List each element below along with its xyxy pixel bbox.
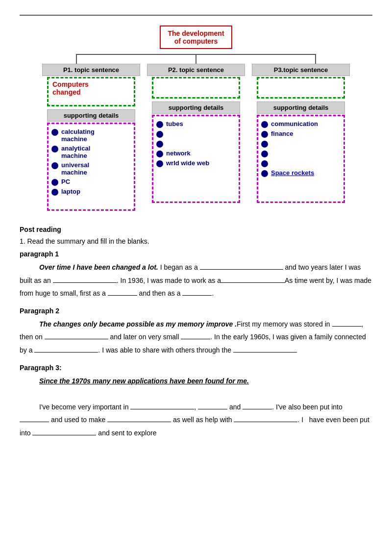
p2-item-5: wrld wide web — [156, 159, 236, 167]
p2-supporting-content: tubes network wrld wide web — [152, 115, 240, 203]
blank-p3-3 — [243, 403, 272, 409]
p1-item-5: laptop — [51, 188, 131, 196]
column-p3: P3.topic sentence supporting details com… — [252, 64, 350, 211]
bullet-dot — [156, 160, 163, 167]
root-label: The development of computers — [168, 29, 224, 45]
p1-topic-content: Computerschanged — [47, 77, 135, 106]
bullet-dot — [261, 141, 268, 148]
p2-topic-content — [152, 77, 240, 99]
p1-item-2: analyticalmachine — [51, 145, 131, 159]
para2-title: Paragraph 2 — [20, 307, 372, 315]
blank-p1-1 — [200, 263, 283, 270]
p3-supporting-header: supporting details — [257, 101, 345, 114]
bullet-dot — [261, 151, 268, 157]
p3-topic-header: P3.topic sentence — [252, 64, 350, 76]
p3-item-2: finance — [261, 130, 341, 138]
columns-wrapper: P1. topic sentence Computerschanged supp… — [20, 64, 372, 211]
p1-supporting-content: calculatingmachine analyticalmachine uni… — [47, 123, 135, 211]
blank-p3-4 — [20, 415, 49, 422]
blank-p2-1 — [332, 320, 362, 327]
post-reading-section: Post reading 1. Read the summary and fil… — [20, 226, 372, 440]
bullet-dot — [51, 189, 58, 196]
p2-supporting-header: supporting details — [152, 101, 240, 114]
blank-p2-5 — [233, 346, 297, 353]
column-p1: P1. topic sentence Computerschanged supp… — [42, 64, 140, 211]
p2-item-1: tubes — [156, 120, 236, 128]
p1-item-1: calculatingmachine — [51, 128, 131, 143]
bullet-dot — [51, 146, 58, 152]
mind-map-diagram: The development of computers P1. topic s… — [20, 25, 372, 211]
blank-p2-4 — [34, 346, 98, 353]
bullet-dot — [156, 121, 163, 128]
post-reading-title: Post reading — [20, 226, 372, 233]
blank-p1-4 — [108, 289, 137, 296]
bullet-dot — [156, 141, 163, 148]
bullet-dot — [156, 131, 163, 138]
p2-topic-header: P2. topic sentence — [147, 64, 245, 76]
blank-p2-3 — [181, 332, 210, 339]
blank-p1-3 — [221, 276, 285, 283]
blank-p3-5 — [107, 415, 171, 422]
bullet-dot — [261, 170, 268, 177]
bullet-dot — [261, 121, 268, 128]
p1-supporting-header: supporting details — [47, 109, 135, 122]
blank-p3-1 — [130, 403, 194, 409]
blank-p1-5 — [182, 289, 212, 296]
p3-topic-content — [257, 77, 345, 99]
p3-supporting-content: communication finance — [257, 115, 345, 203]
p1-topic-header: P1. topic sentence — [42, 64, 140, 76]
p1-item-4: PC — [51, 178, 131, 186]
bullet-dot — [261, 131, 268, 138]
bullet-dot — [261, 160, 268, 167]
p3-item-1: communication — [261, 120, 341, 128]
para1-opening: Over time I have been changed a lot. — [39, 263, 158, 271]
bullet-dot — [51, 162, 58, 169]
blank-p3-7 — [32, 429, 96, 435]
para1-title: paragraph 1 — [20, 250, 372, 258]
p3-item-4 — [261, 150, 341, 157]
top-divider — [20, 15, 372, 16]
p3-item-3 — [261, 140, 341, 148]
p2-item-2 — [156, 130, 236, 138]
blank-p3-2 — [198, 403, 227, 409]
para3-title: Paragraph 3: — [20, 364, 372, 372]
blank-p2-2 — [45, 332, 108, 339]
p3-item-5 — [261, 159, 341, 167]
bullet-dot — [51, 179, 58, 186]
p2-item-3 — [156, 140, 236, 148]
para2-text: The changes only became possible as my m… — [20, 318, 372, 357]
column-p2: P2. topic sentence supporting details tu… — [147, 64, 245, 211]
root-node: The development of computers — [160, 25, 232, 49]
para2-opening: The changes only became possible as my m… — [39, 320, 237, 328]
p1-item-3: universalmachine — [51, 161, 131, 176]
para3-text: Since the 1970s many new applications ha… — [20, 375, 372, 440]
p3-item-6: Space rockets — [261, 169, 341, 177]
bullet-dot — [156, 151, 163, 157]
para1-text: Over time I have been changed a lot. I b… — [20, 261, 372, 300]
bullet-dot — [51, 129, 58, 136]
blank-p1-2 — [53, 276, 117, 283]
blank-p3-6 — [234, 415, 297, 422]
p2-item-4: network — [156, 150, 236, 157]
p1-topic-text: Computerschanged — [52, 80, 89, 96]
instruction: 1. Read the summary and fill in the blan… — [20, 237, 372, 245]
para3-opening: Since the 1970s many new applications ha… — [39, 377, 249, 385]
